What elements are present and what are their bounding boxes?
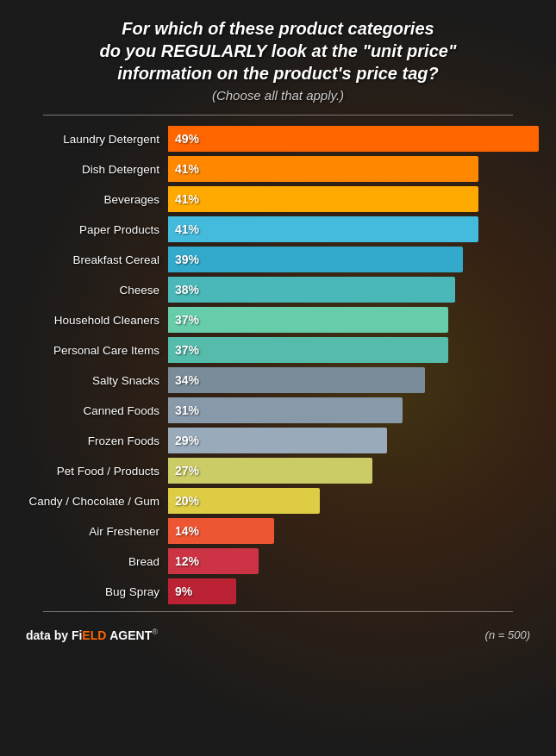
bar-label: Cheese	[17, 284, 168, 297]
bar-fill: 34%	[168, 367, 425, 393]
bar-container: 37%	[168, 307, 539, 333]
bar-container: 27%	[168, 458, 539, 484]
bar-row: Frozen Foods29%	[17, 428, 539, 453]
bar-row: Air Freshener14%	[17, 518, 539, 544]
bar-container: 9%	[168, 578, 539, 604]
bar-fill: 49%	[168, 126, 539, 152]
bar-container: 20%	[168, 488, 539, 514]
brand-label: data by FiELD AGENT®	[26, 628, 158, 642]
bar-value: 37%	[175, 313, 199, 327]
bar-row: Beverages41%	[17, 186, 539, 212]
bar-label: Laundry Detergent	[17, 133, 168, 146]
bar-label: Paper Products	[17, 223, 168, 236]
bar-row: Bug Spray9%	[17, 578, 539, 604]
bar-fill: 20%	[168, 488, 320, 514]
bar-row: Salty Snacks34%	[17, 367, 539, 393]
bar-row: Bread12%	[17, 548, 539, 574]
bar-container: 29%	[168, 428, 539, 453]
bar-row: Canned Foods31%	[17, 397, 539, 423]
bar-value: 20%	[175, 494, 199, 508]
title-divider	[43, 115, 513, 116]
bar-container: 39%	[168, 247, 539, 272]
bar-value: 14%	[175, 524, 199, 538]
bar-value: 34%	[175, 373, 199, 387]
bar-label: Candy / Chocolate / Gum	[17, 495, 168, 508]
bar-value: 31%	[175, 403, 199, 417]
bar-label: Personal Care Items	[17, 344, 168, 357]
bar-fill: 29%	[168, 428, 387, 453]
bar-container: 41%	[168, 216, 539, 242]
bar-container: 12%	[168, 548, 539, 574]
bar-fill: 31%	[168, 397, 403, 423]
bar-fill: 41%	[168, 156, 478, 182]
bar-container: 14%	[168, 518, 539, 544]
chart-title: For which of these product categories do…	[100, 17, 457, 84]
bar-fill: 9%	[168, 578, 236, 604]
bar-label: Frozen Foods	[17, 434, 168, 447]
bar-label: Air Freshener	[17, 525, 168, 538]
bar-fill: 37%	[168, 307, 448, 333]
bar-value: 12%	[175, 554, 199, 568]
bar-fill: 12%	[168, 548, 259, 574]
bar-value: 49%	[175, 132, 199, 146]
bar-container: 38%	[168, 277, 539, 303]
chart-subtitle: (Choose all that apply.)	[100, 88, 457, 103]
bar-container: 41%	[168, 186, 539, 212]
bar-fill: 37%	[168, 337, 448, 363]
bar-value: 41%	[175, 192, 199, 206]
bar-label: Household Cleaners	[17, 314, 168, 327]
bar-container: 34%	[168, 367, 539, 393]
sample-size: (n = 500)	[485, 628, 530, 641]
bar-label: Breakfast Cereal	[17, 253, 168, 266]
main-container: For which of these product categories do…	[0, 0, 556, 756]
bar-label: Bug Spray	[17, 585, 168, 598]
bar-label: Dish Detergent	[17, 163, 168, 176]
bar-value: 39%	[175, 253, 199, 266]
bar-value: 29%	[175, 434, 199, 447]
bar-fill: 14%	[168, 518, 274, 544]
bar-value: 27%	[175, 464, 199, 478]
bar-row: Pet Food / Products27%	[17, 458, 539, 484]
bar-fill: 39%	[168, 247, 463, 272]
bar-fill: 38%	[168, 277, 455, 303]
bar-fill: 27%	[168, 458, 372, 484]
bar-label: Pet Food / Products	[17, 465, 168, 478]
bar-value: 41%	[175, 222, 199, 236]
bar-row: Candy / Chocolate / Gum20%	[17, 488, 539, 514]
bar-label: Beverages	[17, 193, 168, 206]
bar-container: 37%	[168, 337, 539, 363]
bar-label: Salty Snacks	[17, 374, 168, 387]
bar-container: 49%	[168, 126, 539, 152]
bar-label: Bread	[17, 555, 168, 568]
bar-row: Dish Detergent41%	[17, 156, 539, 182]
bar-value: 9%	[175, 584, 192, 598]
bar-row: Breakfast Cereal39%	[17, 247, 539, 272]
bar-label: Canned Foods	[17, 404, 168, 417]
bar-value: 37%	[175, 343, 199, 357]
bar-container: 31%	[168, 397, 539, 423]
bar-value: 38%	[175, 283, 199, 297]
bar-row: Laundry Detergent49%	[17, 126, 539, 152]
footer-divider	[43, 611, 513, 612]
bar-container: 41%	[168, 156, 539, 182]
footer: data by FiELD AGENT® (n = 500)	[17, 628, 539, 642]
bar-row: Cheese38%	[17, 277, 539, 303]
bar-row: Household Cleaners37%	[17, 307, 539, 333]
bar-fill: 41%	[168, 186, 478, 212]
bar-chart: Laundry Detergent49%Dish Detergent41%Bev…	[17, 126, 539, 604]
bar-row: Personal Care Items37%	[17, 337, 539, 363]
bar-value: 41%	[175, 162, 199, 176]
bar-row: Paper Products41%	[17, 216, 539, 242]
title-section: For which of these product categories do…	[100, 17, 457, 103]
bar-fill: 41%	[168, 216, 478, 242]
